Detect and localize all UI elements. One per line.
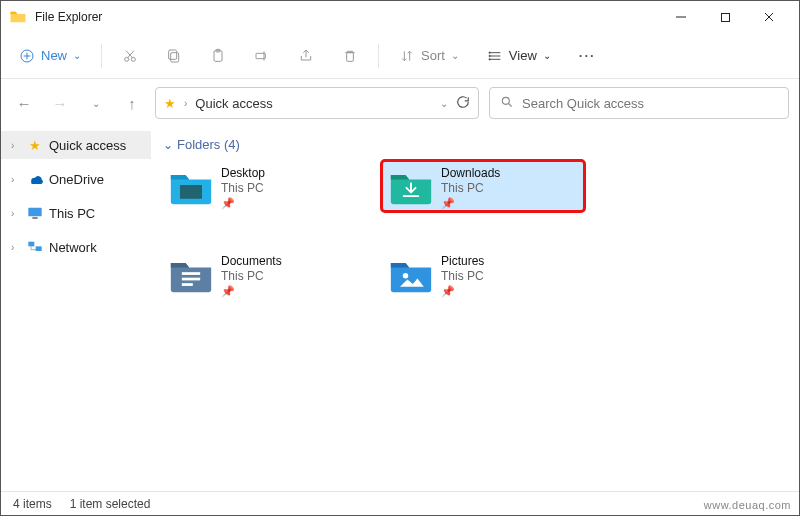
star-icon: ★: [164, 96, 176, 111]
svg-rect-1: [721, 13, 729, 21]
pictures-folder-icon: [389, 254, 433, 294]
breadcrumb-separator: ›: [184, 98, 187, 109]
svg-point-36: [403, 273, 409, 279]
folder-name: Pictures: [441, 254, 484, 269]
onedrive-icon: [27, 171, 43, 187]
more-button[interactable]: ···: [569, 44, 606, 67]
svg-rect-33: [182, 272, 200, 275]
share-button[interactable]: [288, 44, 324, 68]
close-button[interactable]: [747, 1, 791, 33]
new-button[interactable]: New ⌄: [9, 44, 91, 68]
separator: [101, 44, 102, 68]
sidebar-item-network[interactable]: › Network: [1, 233, 151, 261]
maximize-button[interactable]: [703, 1, 747, 33]
chevron-right-icon: ›: [11, 140, 21, 151]
pin-icon: 📌: [221, 284, 282, 299]
sidebar-item-this-pc[interactable]: › This PC: [1, 199, 151, 227]
sidebar-item-label: Network: [49, 240, 97, 255]
documents-folder-icon: [169, 254, 213, 294]
sidebar-item-quick-access[interactable]: › ★ Quick access: [1, 131, 151, 159]
downloads-folder-icon: [389, 166, 433, 206]
chevron-right-icon: ›: [11, 242, 21, 253]
svg-rect-12: [169, 50, 177, 59]
pin-icon: 📌: [441, 196, 500, 211]
folder-name: Desktop: [221, 166, 265, 181]
chevron-down-icon: ⌄: [451, 50, 459, 61]
sidebar: › ★ Quick access › OneDrive › This PC › …: [1, 127, 151, 491]
sidebar-item-label: OneDrive: [49, 172, 104, 187]
folder-name: Documents: [221, 254, 282, 269]
address-bar[interactable]: ★ › Quick access ⌄: [155, 87, 479, 119]
folders-section-header[interactable]: ⌄ Folders (4): [163, 137, 787, 152]
svg-point-23: [489, 58, 490, 59]
cut-button[interactable]: [112, 44, 148, 68]
back-button[interactable]: ←: [11, 90, 37, 116]
address-location: Quick access: [195, 96, 272, 111]
view-button[interactable]: View ⌄: [477, 44, 561, 68]
svg-point-21: [489, 52, 490, 53]
svg-rect-17: [347, 52, 354, 61]
folder-location: This PC: [441, 181, 500, 196]
nav-row: ← → ⌄ ↑ ★ › Quick access ⌄ Search Quick …: [1, 79, 799, 127]
folder-item-desktop[interactable]: Desktop This PC 📌: [163, 162, 363, 210]
svg-rect-11: [171, 52, 179, 61]
chevron-down-icon: ⌄: [163, 138, 173, 152]
svg-rect-32: [180, 185, 202, 199]
main-pane: ⌄ Folders (4) Desktop This PC 📌 Dow: [151, 127, 799, 491]
delete-button[interactable]: [332, 44, 368, 68]
search-icon: [500, 95, 514, 112]
status-selected-count: 1 item selected: [70, 497, 151, 511]
status-item-count: 4 items: [13, 497, 52, 511]
titlebar: File Explorer: [1, 1, 799, 33]
body: › ★ Quick access › OneDrive › This PC › …: [1, 127, 799, 491]
chevron-down-icon: ⌄: [73, 50, 81, 61]
status-bar: 4 items 1 item selected: [1, 491, 799, 515]
paste-button[interactable]: [200, 44, 236, 68]
star-icon: ★: [27, 137, 43, 153]
recent-button[interactable]: ⌄: [83, 90, 109, 116]
this-pc-icon: [27, 205, 43, 221]
command-bar: New ⌄ Sort ⌄ View ⌄ ···: [1, 33, 799, 79]
pin-icon: 📌: [441, 284, 484, 299]
sort-button[interactable]: Sort ⌄: [389, 44, 469, 68]
rename-button[interactable]: [244, 44, 280, 68]
svg-rect-27: [32, 217, 37, 219]
sort-button-label: Sort: [421, 48, 445, 63]
copy-button[interactable]: [156, 44, 192, 68]
up-button[interactable]: ↑: [119, 90, 145, 116]
folder-item-pictures[interactable]: Pictures This PC 📌: [383, 250, 583, 298]
network-icon: [27, 239, 43, 255]
view-button-label: View: [509, 48, 537, 63]
svg-point-22: [489, 55, 490, 56]
chevron-down-icon: ⌄: [543, 50, 551, 61]
svg-rect-35: [182, 283, 193, 286]
chevron-right-icon: ›: [11, 208, 21, 219]
search-placeholder: Search Quick access: [522, 96, 644, 111]
folder-item-downloads[interactable]: Downloads This PC 📌: [383, 162, 583, 210]
svg-rect-34: [182, 278, 200, 281]
folder-location: This PC: [221, 181, 265, 196]
folders-grid: Desktop This PC 📌 Downloads This PC 📌: [163, 162, 787, 298]
folder-location: This PC: [441, 269, 484, 284]
folder-location: This PC: [221, 269, 282, 284]
sidebar-item-label: Quick access: [49, 138, 126, 153]
refresh-icon[interactable]: [456, 95, 470, 112]
watermark: www.deuaq.com: [704, 499, 791, 511]
desktop-folder-icon: [169, 166, 213, 206]
svg-point-24: [502, 97, 509, 104]
sidebar-item-onedrive[interactable]: › OneDrive: [1, 165, 151, 193]
svg-rect-29: [36, 246, 42, 251]
chevron-right-icon: ›: [11, 174, 21, 185]
folder-app-icon: [9, 8, 27, 26]
folder-item-documents[interactable]: Documents This PC 📌: [163, 250, 363, 298]
svg-rect-28: [28, 242, 34, 247]
chevron-down-icon[interactable]: ⌄: [440, 98, 448, 109]
svg-line-25: [509, 103, 512, 106]
new-button-label: New: [41, 48, 67, 63]
search-input[interactable]: Search Quick access: [489, 87, 789, 119]
minimize-button[interactable]: [659, 1, 703, 33]
sidebar-item-label: This PC: [49, 206, 95, 221]
folder-name: Downloads: [441, 166, 500, 181]
forward-button[interactable]: →: [47, 90, 73, 116]
window-title: File Explorer: [35, 10, 102, 24]
